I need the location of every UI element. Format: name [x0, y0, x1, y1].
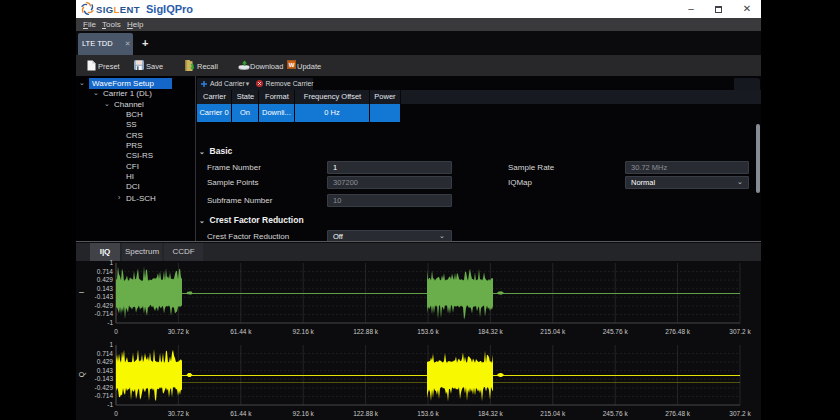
svg-text:W: W [289, 62, 295, 68]
